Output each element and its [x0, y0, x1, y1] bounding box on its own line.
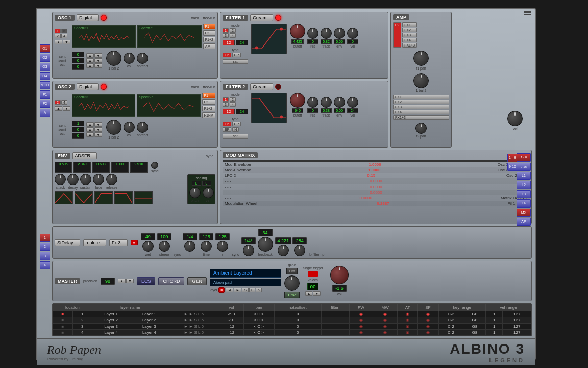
osc1-mod-btn4[interactable]: 4 [61, 34, 67, 38]
osc2-semi-up[interactable]: ▲ [86, 127, 94, 132]
amp-f1pan-knob[interactable] [413, 51, 429, 66]
osc2-cent-dn[interactable]: ▼ [94, 122, 102, 127]
effect-hp-knob[interactable] [294, 245, 305, 256]
filter2-mode-btn4[interactable]: 4 [230, 102, 236, 107]
osc2-cent-up[interactable]: ▲ [86, 122, 94, 127]
master-next-btn[interactable]: ► [234, 288, 241, 292]
filter2-mode-btn2[interactable]: 3 [223, 102, 229, 107]
master-voices-dn[interactable]: ▼ [313, 291, 321, 296]
osc2-oct-val[interactable]: 0 [72, 133, 84, 139]
mod-row-3[interactable]: LFO 2 0:15 Osc 2 Pitch [223, 173, 529, 178]
osc2-mod-btn2[interactable]: 4 [61, 100, 67, 105]
filter1-power-button[interactable] [275, 15, 281, 21]
filter1-track-knob[interactable] [321, 28, 332, 39]
filter1-cream-dropdown[interactable]: Cream [250, 14, 273, 21]
master-gen-btn[interactable]: GEN [187, 277, 207, 285]
sidebar-f2-btn[interactable]: F2 [40, 100, 50, 108]
filter1-env-knob[interactable] [334, 28, 345, 39]
effect-val-1_4[interactable]: 1/4 [183, 233, 197, 240]
effect-val-125a[interactable]: 125 [199, 233, 213, 240]
master-ecs-btn[interactable]: ECS [137, 277, 156, 285]
osc1-f2-btn[interactable]: F2 [203, 30, 215, 36]
right-l2-btn[interactable]: L2 [517, 181, 531, 189]
effect-knob-2[interactable] [159, 241, 170, 252]
sidebar-o1-btn[interactable]: O1 [40, 44, 50, 53]
osc1-dn-btn[interactable]: ▼ [63, 40, 70, 44]
effect-val-284[interactable]: 284 [292, 237, 307, 244]
mod-row-1[interactable]: Mod-Envelope -1.0000 Osc 1 Amplitude [223, 162, 529, 167]
osc1-type-dropdown[interactable]: Digital [77, 14, 99, 21]
scaling-vel-knob[interactable] [203, 187, 214, 198]
right-l3-btn[interactable]: L3 [517, 190, 531, 198]
right-ap-btn[interactable]: AP [517, 218, 531, 226]
layer-1-btn[interactable]: 1 [40, 234, 50, 242]
amp-fx1-btn-a[interactable]: FX1 [402, 22, 417, 27]
osc1-cent-dn[interactable]: ▼ [94, 53, 102, 58]
filter2-lp-btn[interactable]: LP [223, 122, 231, 126]
env-shape-3[interactable] [94, 191, 113, 204]
filter2-sat-btn[interactable]: sat [223, 134, 248, 139]
table-row[interactable]: ■ 2 Layer 2 Layer 2 ► ► S L 5 -10 < C > … [53, 317, 531, 324]
filter1-res-knob[interactable] [307, 28, 318, 39]
amp-fx2-btn-b[interactable]: FX2 [393, 100, 449, 104]
amp-fx1-btn-b[interactable]: FX1 [393, 95, 449, 99]
effect-lpfilter-knob[interactable] [278, 245, 289, 256]
osc1-up-btn[interactable]: ▲ [55, 40, 62, 44]
osc1-power-button[interactable] [101, 15, 107, 21]
osc2-bal-knob[interactable] [106, 120, 121, 135]
filter2-res-knob[interactable] [307, 97, 318, 108]
filter1-vel-knob[interactable] [347, 28, 358, 39]
env-shape-4[interactable] [114, 191, 133, 204]
effect-active-btn[interactable]: ■ [131, 240, 138, 245]
osc2-power-button[interactable] [101, 84, 107, 90]
master-precision-val[interactable]: 98 [101, 278, 115, 285]
osc2-vol-knob[interactable] [124, 122, 135, 133]
amp-bal-knob[interactable] [413, 73, 429, 88]
sidebar-f1-btn[interactable]: F1 [40, 90, 50, 99]
osc1-mod-btn3[interactable]: 2 [55, 34, 61, 38]
effect-knob-6[interactable] [243, 245, 254, 256]
layer-3-btn[interactable]: 3 [40, 252, 50, 260]
master-load-btn[interactable]: L [249, 288, 255, 292]
right-9-16-btn[interactable]: 9-16 [517, 163, 531, 171]
table-row[interactable]: ■ 4 Layer 4 Layer 4 ► ► S L 5 -12 < C > … [53, 330, 531, 336]
osc1-mod-btn2[interactable]: 3 [61, 29, 67, 33]
osc1-cent-up[interactable]: ▲ [86, 53, 94, 58]
right-1-8-btn[interactable]: 1 - 8 [517, 153, 531, 162]
effect-val-34[interactable]: 34 [258, 229, 273, 236]
amp-fx1p3-btn-b[interactable]: FX1+3 [393, 115, 449, 120]
effect-val-4221[interactable]: 4.221 [275, 237, 292, 244]
master-prec-dn[interactable]: ▼ [126, 279, 134, 283]
effect-knob-3[interactable] [184, 241, 195, 252]
env-attack-knob[interactable] [55, 174, 66, 185]
osc1-f1p2-btn[interactable]: F1+2 [203, 37, 215, 42]
env-shape-5[interactable] [134, 191, 153, 204]
osc1-oct-val[interactable]: 0 [72, 64, 84, 70]
effect-val-100[interactable]: 100 [157, 233, 172, 240]
sidebar-mod-btn[interactable]: MOD [40, 81, 50, 89]
amp-f2pan-knob[interactable] [415, 123, 427, 134]
osc2-cent-val[interactable]: 1 [72, 121, 84, 126]
osc2-f2-btn[interactable]: F2 [202, 99, 215, 105]
filter2-hp-btn[interactable]: HP [232, 122, 241, 126]
scaling-val1[interactable]: 0 [192, 181, 201, 186]
filter1-mode-btn1[interactable]: 1 [223, 28, 229, 33]
right-l4-btn[interactable]: L4 [517, 199, 531, 208]
env-sustain-knob[interactable] [80, 174, 91, 185]
osc2-semi-dn[interactable]: ▼ [94, 127, 102, 132]
env-sync-knob[interactable] [151, 162, 158, 169]
filter2-n-btn[interactable]: N [232, 127, 239, 132]
effect-knob-4[interactable] [201, 241, 212, 252]
osc1-oct-dn[interactable]: ▼ [94, 63, 102, 68]
osc2-f1fm-btn[interactable]: F1FM [202, 112, 215, 118]
sidebar-o3-btn[interactable]: O3 [40, 63, 50, 71]
table-row[interactable]: ■ 1 Layer 1 Layer 1 ► ► S L 5 -5.8 < C >… [53, 311, 531, 317]
osc2-mod-btn1[interactable]: 2 [55, 100, 61, 105]
master-layer-btn[interactable]: ■ [218, 287, 225, 293]
table-row[interactable]: ■ 3 Layer 3 Layer 3 ► ► S L 5 -12 < C > … [53, 324, 531, 330]
sidebar-a-btn[interactable]: A [40, 109, 50, 117]
filter2-cutoff-knob[interactable] [290, 93, 305, 108]
layer-2-btn[interactable]: 2 [40, 243, 50, 251]
filter1-mode-btn3[interactable]: 2 [230, 28, 236, 33]
master-preset2-display[interactable]: Aioon pad [210, 279, 281, 286]
